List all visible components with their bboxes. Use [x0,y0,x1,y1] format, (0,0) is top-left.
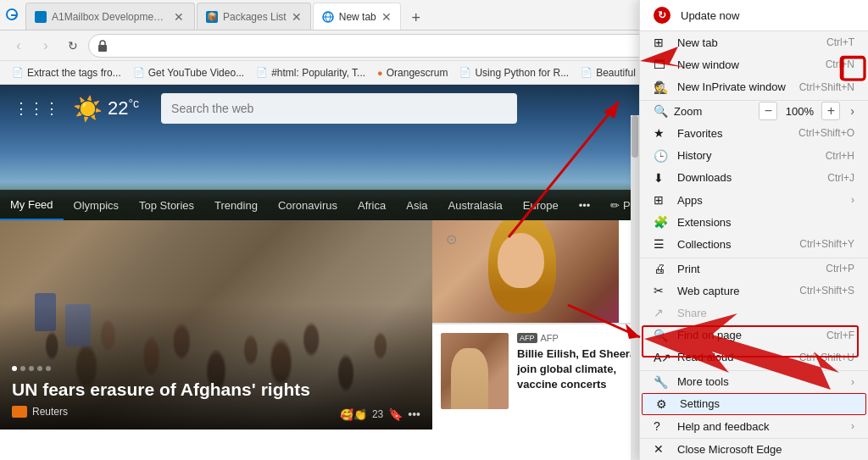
page-scrollbar-thumb[interactable] [632,115,638,158]
menu-apps[interactable]: ⊞ Apps › [640,189,868,211]
menu-new-tab[interactable]: ⊞ New tab Ctrl+T [640,31,868,53]
dot-1[interactable] [20,366,25,371]
history-icon: 🕒 [654,149,667,163]
afp-icon: AFP [517,333,537,343]
update-now-item[interactable]: ↻ Update now [640,0,868,31]
nav-australasia[interactable]: Australasia [438,190,513,220]
inprivate-shortcut: Ctrl+Shift+N [799,81,854,93]
collections-shortcut: Ctrl+Shift+Y [799,238,854,250]
new-tab-button[interactable]: + [404,6,428,30]
menu-new-window[interactable]: 🗔 New window Ctrl+N [640,53,868,75]
tab-newtab[interactable]: New tab ✕ [313,3,401,30]
menu-history[interactable]: 🕒 History Ctrl+H [640,144,868,166]
forward-button[interactable]: › [34,34,58,58]
tab-trello[interactable]: A1Mailbox Development | Trello ✕ [25,3,195,30]
nav-coronavirus[interactable]: Coronavirus [268,190,348,220]
zoom-plus-button[interactable]: + [821,102,840,120]
menu-print[interactable]: 🖨 Print Ctrl+P [640,258,868,280]
menu-closeedge[interactable]: ✕ Close Microsoft Edge [640,438,868,460]
search-input[interactable] [171,102,507,115]
weather-widget: ☀️ 22°c [73,95,139,123]
menu-moretools[interactable]: 🔧 More tools › [640,370,868,393]
menu-downloads[interactable]: ⬇ Downloads Ctrl+J [640,167,868,189]
bookmark-orangescrum-label: Orangescrum [387,67,448,79]
newtab-favicon [322,11,334,23]
print-shortcut: Ctrl+P [826,263,854,274]
history-label: History [677,149,815,162]
browser-window: A1Mailbox Development | Trello ✕ 📦 Packa… [0,0,868,460]
refresh-button[interactable]: ↻ [61,34,85,58]
nav-myfeed[interactable]: My Feed [0,190,64,220]
nav-more[interactable]: ••• [569,190,601,220]
menu-settings[interactable]: ⚙ Settings [642,393,866,416]
update-label: Update now [681,9,739,22]
new-tab-icon: ⊞ [654,36,667,49]
webcapture-icon: ✂ [654,284,667,297]
reuters-logo [12,406,27,418]
extensions-label: Extensions [677,216,854,229]
dot-0[interactable] [12,366,17,371]
tab-title-newtab: New tab [339,11,376,23]
menu-inprivate[interactable]: 🕵 New InPrivate window Ctrl+Shift+N [640,75,868,97]
bookmark-orangescrum[interactable]: ● Orangescrum [372,65,453,80]
dot-3[interactable] [37,366,42,371]
tab-close-trello[interactable]: ✕ [172,8,186,25]
help-icon: ? [654,419,667,433]
more-icon[interactable]: ••• [408,407,420,421]
extensions-icon: 🧩 [654,215,667,229]
nav-africa[interactable]: Africa [348,190,396,220]
msn-grid-icon[interactable]: ⋮⋮⋮ [14,99,59,118]
weather-temp: 22°c [108,97,139,119]
page-scrollbar[interactable] [631,115,639,460]
new-window-shortcut: Ctrl+N [826,58,854,70]
menu-favorites[interactable]: ★ Favorites Ctrl+Shift+O [640,122,868,144]
nav-topstories[interactable]: Top Stories [129,190,204,220]
readaloud-icon: A↗ [654,351,667,364]
bookmark-python-label: Using Python for R... [475,67,569,79]
new-tab-label: New tab [677,36,816,49]
menu-findonpage[interactable]: 🔍 Find on page Ctrl+F [640,324,868,346]
bookmark-extract[interactable]: 📄 Extract the tags fro... [7,65,126,80]
moretools-label: More tools [677,375,841,388]
main-article-reactions: 🥰👏 [340,408,367,421]
menu-webcapture[interactable]: ✂ Web capture Ctrl+Shift+S [640,280,868,302]
main-article-text: UN fears erasure of Afghans' rights Reut… [0,354,432,430]
tab-close-newtab[interactable]: ✕ [381,10,392,24]
new-window-icon: 🗔 [654,58,667,71]
bookmark-beautiful-icon: 📄 [581,67,593,78]
menu-readaloud[interactable]: A↗ Read aloud Ctrl+Shift+U [640,346,868,369]
bookmark-icon[interactable]: 🔖 [388,407,403,421]
tab-close-packages[interactable]: ✕ [292,10,302,24]
bookmark-youtube[interactable]: 📄 Get YouTube Video... [128,65,249,80]
tab-packages[interactable]: 📦 Packages List ✕ [197,3,311,30]
menu-helpfeedback[interactable]: ? Help and feedback › [640,415,868,437]
bookmark-orangescrum-icon: ● [377,68,383,78]
nav-olympics[interactable]: Olympics [64,190,129,220]
zoom-value: 100% [784,105,815,118]
zoom-minus-button[interactable]: − [759,102,777,120]
nav-personalize[interactable]: ✏ Persona... [600,190,631,220]
bookmark-python-icon: 📄 [459,67,471,78]
back-button[interactable]: ‹ [7,34,31,58]
bookmark-extract-icon: 📄 [12,67,24,78]
nav-europe[interactable]: Europe [513,190,569,220]
main-article[interactable]: UN fears erasure of Afghans' rights Reut… [0,220,432,430]
menu-share[interactable]: ↗ Share [640,302,868,324]
menu-extensions[interactable]: 🧩 Extensions [640,211,868,233]
main-article-source-name: Reuters [32,406,68,418]
menu-collections[interactable]: ☰ Collections Ctrl+Shift+Y [640,233,868,255]
main-article-actions: 🥰👏 23 🔖 ••• [340,407,420,421]
bookmark-python[interactable]: 📄 Using Python for R... [454,65,574,80]
dot-2[interactable] [29,366,34,371]
packages-favicon: 📦 [206,11,218,23]
save-icon[interactable]: ⊙ [441,229,461,249]
favorites-shortcut: Ctrl+Shift+O [798,127,854,139]
nav-asia[interactable]: Asia [396,190,437,220]
bookmark-html[interactable]: 📄 #html: Popularity, T... [251,65,370,80]
dot-4[interactable] [46,366,51,371]
search-box[interactable] [161,93,517,124]
find-shortcut: Ctrl+F [826,330,854,341]
bottom-article-1[interactable]: AFP AFP Billie Eilish, Ed Sheeran join g… [432,324,659,430]
nav-trending[interactable]: Trending [204,190,268,220]
print-label: Print [677,263,815,275]
